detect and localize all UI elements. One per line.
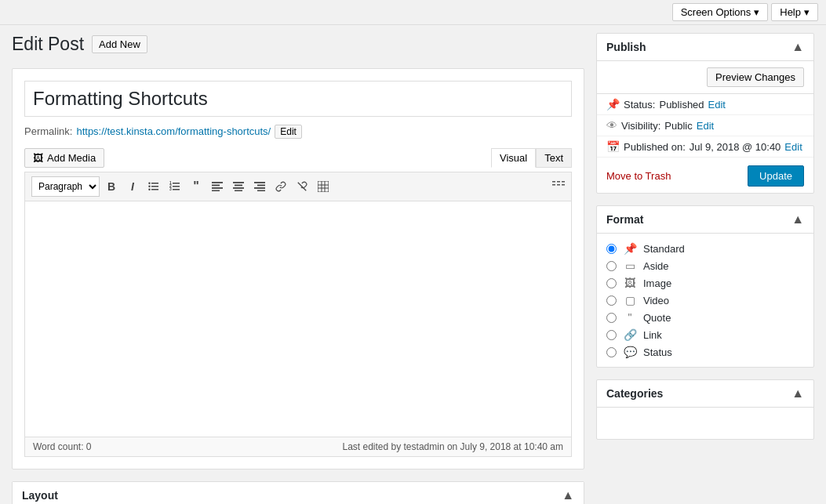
publish-box: Publish ▲ Preview Changes 📌 Status: Publ… — [596, 33, 814, 194]
align-center-button[interactable] — [229, 176, 248, 197]
permalink-label: Permalink: — [24, 125, 72, 137]
publish-box-header[interactable]: Publish ▲ — [597, 34, 813, 61]
list-item: 📌 Standard — [606, 240, 804, 257]
post-editor: Permalink: https://test.kinsta.com/forma… — [12, 68, 584, 470]
editor-toolbar: 🖼 Add Media Visual Text — [24, 148, 572, 168]
align-left-button[interactable] — [208, 176, 227, 197]
format-radio-link[interactable] — [606, 330, 617, 340]
publish-box-title: Publish — [606, 41, 646, 53]
format-box-header[interactable]: Format ▲ — [597, 206, 813, 234]
categories-box: Categories ▲ — [596, 379, 814, 440]
permalink-url[interactable]: https://test.kinsta.com/formatting-short… — [76, 125, 271, 137]
svg-rect-7 — [173, 186, 180, 187]
sidebar: Publish ▲ Preview Changes 📌 Status: Publ… — [596, 33, 814, 504]
svg-rect-30 — [552, 181, 555, 183]
svg-rect-15 — [212, 190, 220, 191]
link-button[interactable] — [271, 176, 290, 197]
image-format-icon: 🖼 — [623, 277, 637, 289]
status-edit-link[interactable]: Edit — [708, 99, 726, 111]
word-count-value: 0 — [86, 441, 92, 452]
visual-text-tabs: Visual Text — [491, 148, 572, 168]
wp-editor-wrap: Paragraph Heading 1 Heading 2 Heading 3 … — [24, 172, 572, 457]
format-select[interactable]: Paragraph Heading 1 Heading 2 Heading 3 — [31, 176, 100, 197]
help-chevron-icon: ▾ — [804, 6, 810, 18]
status-icon: 📌 — [606, 98, 620, 111]
last-edited-text: Last edited by testadmin on July 9, 2018… — [342, 441, 563, 452]
svg-rect-14 — [212, 187, 223, 189]
tab-visual[interactable]: Visual — [491, 148, 536, 168]
format-radio-video[interactable] — [606, 296, 617, 306]
top-bar: Screen Options ▾ Help ▾ — [0, 0, 826, 25]
format-radio-standard[interactable] — [606, 244, 617, 254]
add-new-button[interactable]: Add New — [92, 35, 147, 53]
svg-rect-33 — [552, 184, 555, 186]
published-on-edit-link[interactable]: Edit — [784, 141, 802, 153]
status-format-icon: 💬 — [623, 346, 637, 358]
post-title-input[interactable] — [24, 81, 572, 117]
calendar-icon: 📅 — [606, 140, 620, 153]
svg-rect-8 — [173, 189, 180, 190]
ordered-list-button[interactable]: 123 — [166, 176, 184, 197]
list-item: ▢ Video — [606, 292, 804, 309]
svg-rect-32 — [562, 181, 565, 183]
quote-format-label: Quote — [643, 312, 671, 324]
format-box-title: Format — [606, 213, 643, 226]
status-format-label: Status — [643, 346, 672, 358]
layout-section-header[interactable]: Layout ▲ — [13, 482, 584, 504]
format-list: 📌 Standard ▭ Aside 🖼 Image ▢ Video — [597, 234, 813, 367]
publish-toggle-arrow-icon: ▲ — [791, 40, 804, 54]
format-radio-status[interactable] — [606, 347, 617, 357]
aside-format-label: Aside — [643, 260, 669, 272]
align-right-button[interactable] — [250, 176, 269, 197]
layout-toggle-arrow-icon: ▲ — [562, 488, 574, 502]
svg-rect-35 — [562, 184, 565, 186]
categories-body — [597, 408, 813, 439]
svg-text:3: 3 — [169, 187, 172, 191]
quote-format-icon: " — [623, 311, 637, 324]
page-title: Edit Post — [12, 33, 84, 56]
svg-point-3 — [148, 182, 150, 183]
main-content: Edit Post Add New Permalink: https://tes… — [12, 33, 584, 504]
blockquote-button[interactable]: " — [187, 176, 206, 197]
preview-changes-button[interactable]: Preview Changes — [707, 67, 804, 87]
tab-text[interactable]: Text — [536, 148, 572, 168]
word-count-area: Word count: 0 — [33, 441, 92, 452]
preview-changes-row: Preview Changes — [597, 61, 813, 94]
help-button[interactable]: Help ▾ — [771, 3, 818, 21]
visibility-icon: 👁 — [606, 119, 617, 132]
svg-rect-25 — [318, 181, 329, 192]
screen-options-button[interactable]: Screen Options ▾ — [672, 3, 769, 21]
visibility-edit-link[interactable]: Edit — [697, 120, 714, 132]
published-on-label: Published on: — [624, 141, 686, 153]
visibility-row: 👁 Visibility: Public Edit — [597, 115, 813, 136]
layout-section: Layout ▲ — [12, 481, 584, 504]
table-button[interactable] — [314, 176, 333, 197]
status-label: Status: — [624, 99, 655, 111]
unlink-button[interactable] — [293, 176, 311, 197]
svg-point-5 — [148, 188, 150, 190]
format-radio-image[interactable] — [606, 278, 617, 288]
format-radio-quote[interactable] — [606, 313, 617, 323]
video-format-icon: ▢ — [623, 294, 637, 306]
update-button[interactable]: Update — [748, 165, 804, 187]
move-to-trash-link[interactable]: Move to Trash — [606, 170, 671, 182]
italic-button[interactable]: I — [123, 176, 142, 197]
permalink-edit-button[interactable]: Edit — [275, 125, 302, 139]
format-box: Format ▲ 📌 Standard ▭ Aside 🖼 Image — [596, 205, 814, 368]
svg-rect-1 — [151, 186, 158, 187]
screen-options-chevron-icon: ▾ — [754, 6, 759, 18]
categories-box-header[interactable]: Categories ▲ — [597, 380, 813, 408]
standard-format-icon: 📌 — [623, 242, 637, 255]
editor-body[interactable] — [25, 201, 571, 437]
svg-rect-13 — [212, 184, 220, 186]
toolbar-expand-button[interactable] — [552, 180, 565, 193]
unordered-list-button[interactable] — [144, 176, 163, 197]
svg-rect-17 — [235, 184, 242, 186]
format-radio-aside[interactable] — [606, 261, 617, 271]
link-format-label: Link — [643, 329, 662, 341]
list-item: 🖼 Image — [606, 274, 804, 292]
add-media-button[interactable]: 🖼 Add Media — [24, 148, 104, 168]
svg-rect-12 — [212, 182, 223, 183]
bold-button[interactable]: B — [102, 176, 121, 197]
link-format-icon: 🔗 — [623, 328, 637, 341]
